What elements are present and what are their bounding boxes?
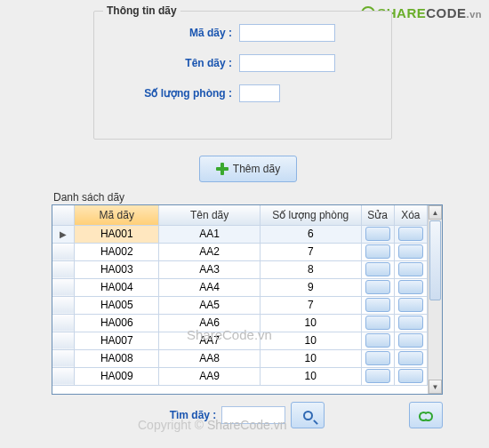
cell-c1[interactable]: HA003	[75, 260, 159, 278]
cell-c1[interactable]: HA004	[75, 278, 159, 296]
label-ma-day: Mã dãy :	[130, 27, 232, 39]
col-header-ma[interactable]: Mã dãy	[75, 205, 159, 225]
edit-button[interactable]	[365, 333, 390, 348]
delete-button[interactable]	[398, 227, 423, 241]
row-header[interactable]	[52, 296, 75, 314]
cell-c3[interactable]: 10	[260, 367, 361, 385]
input-ten-day[interactable]	[239, 54, 335, 72]
edit-button[interactable]	[365, 316, 390, 330]
search-input[interactable]	[221, 406, 285, 424]
table-row[interactable]: HA009AA910	[52, 367, 428, 385]
scroll-thumb[interactable]	[429, 220, 441, 300]
cell-edit	[361, 349, 394, 367]
row-header[interactable]	[52, 367, 75, 385]
col-header-sua[interactable]: Sửa	[361, 205, 394, 225]
cell-c2[interactable]: AA8	[159, 349, 261, 367]
edit-button[interactable]	[365, 369, 390, 383]
cell-edit	[361, 243, 394, 260]
cell-c2[interactable]: AA6	[159, 314, 261, 332]
delete-button[interactable]	[398, 333, 423, 348]
cell-delete	[394, 225, 427, 243]
input-so-luong[interactable]	[239, 84, 280, 102]
cell-c2[interactable]: AA2	[159, 243, 261, 260]
cell-c2[interactable]: AA1	[159, 225, 261, 243]
group-title: Thông tin dãy	[103, 4, 180, 17]
cell-c1[interactable]: HA006	[75, 314, 159, 332]
cell-c3[interactable]: 10	[260, 332, 361, 349]
cell-c1[interactable]: HA009	[75, 367, 159, 385]
table-row[interactable]: HA007AA710	[52, 332, 428, 349]
table-row[interactable]: HA003AA38	[52, 260, 428, 278]
delete-button[interactable]	[398, 298, 423, 312]
cell-c1[interactable]: HA008	[75, 349, 159, 367]
table-row[interactable]: HA004AA49	[52, 278, 428, 296]
edit-button[interactable]	[365, 262, 390, 276]
cell-c1[interactable]: HA002	[75, 243, 159, 260]
search-icon	[303, 411, 313, 420]
row-header[interactable]	[52, 314, 75, 332]
edit-button[interactable]	[365, 298, 390, 312]
cell-c3[interactable]: 8	[260, 260, 361, 278]
cell-c3[interactable]: 6	[260, 225, 361, 243]
row-header[interactable]	[52, 260, 75, 278]
input-ma-day[interactable]	[239, 24, 335, 42]
edit-button[interactable]	[365, 227, 390, 241]
cell-delete	[394, 367, 427, 385]
cell-c3[interactable]: 9	[260, 278, 361, 296]
row-header[interactable]	[52, 349, 75, 367]
col-header-ten[interactable]: Tên dãy	[159, 205, 261, 225]
table-row[interactable]: HA006AA610	[52, 314, 428, 332]
cell-c2[interactable]: AA7	[159, 332, 261, 349]
table-row[interactable]: HA008AA810	[52, 349, 428, 367]
delete-button[interactable]	[398, 351, 423, 365]
cell-c2[interactable]: AA9	[159, 367, 261, 385]
row-header[interactable]	[52, 332, 75, 349]
refresh-icon	[419, 409, 433, 421]
grid-header-row: Mã dãy Tên dãy Số lượng phòng Sửa Xóa	[52, 205, 428, 225]
cell-c1[interactable]: HA005	[75, 296, 159, 314]
add-button[interactable]: Thêm dãy	[199, 156, 297, 182]
search-button[interactable]	[291, 402, 325, 428]
table-row[interactable]: HA005AA57	[52, 296, 428, 314]
delete-button[interactable]	[398, 369, 423, 383]
row-header[interactable]	[52, 243, 75, 260]
cell-delete	[394, 349, 427, 367]
col-header-xoa[interactable]: Xóa	[394, 205, 427, 225]
cell-delete	[394, 260, 427, 278]
row-header[interactable]	[52, 278, 75, 296]
form-group: Thông tin dãy Mã dãy : Tên dãy : Số lượn…	[93, 11, 392, 140]
list-title: Danh sách dãy	[53, 191, 124, 204]
refresh-button[interactable]	[409, 402, 443, 428]
cell-c2[interactable]: AA4	[159, 278, 261, 296]
cell-c2[interactable]: AA3	[159, 260, 261, 278]
cell-edit	[361, 260, 394, 278]
col-header-sl[interactable]: Số lượng phòng	[260, 205, 361, 225]
delete-button[interactable]	[398, 262, 423, 276]
cell-c1[interactable]: HA001	[75, 225, 159, 243]
edit-button[interactable]	[365, 351, 390, 365]
cell-delete	[394, 243, 427, 260]
plus-icon	[216, 163, 228, 175]
cell-c3[interactable]: 10	[260, 349, 361, 367]
search-bar: Tìm dãy :	[52, 402, 443, 428]
cell-c3[interactable]: 7	[260, 296, 361, 314]
edit-button[interactable]	[365, 244, 390, 259]
grid-corner[interactable]	[52, 205, 75, 225]
data-grid: Mã dãy Tên dãy Số lượng phòng Sửa Xóa ▶H…	[52, 204, 443, 395]
table-row[interactable]: ▶HA001AA16	[52, 225, 428, 243]
cell-c1[interactable]: HA007	[75, 332, 159, 349]
row-header[interactable]: ▶	[52, 225, 75, 243]
scroll-up-icon[interactable]: ▲	[429, 205, 442, 220]
delete-button[interactable]	[398, 316, 423, 330]
cell-c3[interactable]: 7	[260, 243, 361, 260]
table-row[interactable]: HA002AA27	[52, 243, 428, 260]
vertical-scrollbar[interactable]: ▲ ▼	[428, 205, 442, 394]
scroll-down-icon[interactable]: ▼	[429, 380, 442, 394]
edit-button[interactable]	[365, 280, 390, 294]
delete-button[interactable]	[398, 280, 423, 294]
delete-button[interactable]	[398, 244, 423, 259]
cell-c3[interactable]: 10	[260, 314, 361, 332]
scroll-track[interactable]	[429, 301, 442, 380]
row-pointer-icon: ▶	[60, 229, 67, 239]
cell-c2[interactable]: AA5	[159, 296, 261, 314]
